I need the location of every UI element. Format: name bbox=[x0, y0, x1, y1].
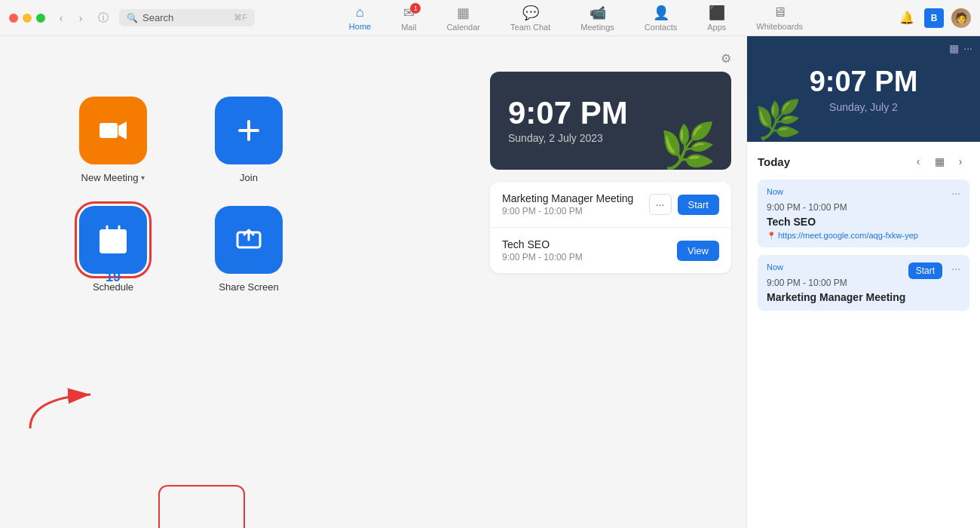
action-grid: New Meeting ▾ Join bbox=[60, 97, 302, 293]
today-label: Today bbox=[758, 155, 790, 168]
tab-whiteboards-label: Whiteboards bbox=[756, 22, 803, 31]
close-window-btn[interactable] bbox=[9, 14, 18, 23]
meeting-actions-1: ··· Start bbox=[649, 194, 719, 215]
red-arrow bbox=[23, 383, 121, 436]
join-wrapper: Join bbox=[196, 97, 302, 183]
event-link-1[interactable]: 📍 https://meet.google.com/aqg-fxkw-yep bbox=[767, 231, 960, 240]
meeting-time-2: 9:00 PM - 10:00 PM bbox=[502, 252, 669, 262]
center-panel: ⚙ 9:07 PM Sunday, 2 July 2023 🌿 Marketin… bbox=[475, 36, 746, 528]
widget-date: Sunday, July 2 bbox=[829, 101, 898, 113]
search-shortcut: ⌘F bbox=[234, 13, 247, 23]
join-label: Join bbox=[240, 172, 258, 183]
today-section: Today ‹ ▦ › Now ··· 9:00 PM - 10:00 PM T… bbox=[747, 142, 980, 528]
tab-whiteboards[interactable]: 🖥 Whiteboards bbox=[741, 2, 818, 34]
event-card-dots-2[interactable]: ··· bbox=[951, 262, 960, 275]
tab-contacts-label: Contacts bbox=[645, 23, 677, 32]
titlebar: ‹ › ⓘ 🔍 Search ⌘F ⌂ Home ✉ Mail 1 ▦ Cale… bbox=[0, 0, 980, 36]
meeting-actions-2: View bbox=[677, 241, 719, 261]
nav-tabs: ⌂ Home ✉ Mail 1 ▦ Calendar 💬 Team Chat 📹… bbox=[255, 2, 897, 35]
minimize-window-btn[interactable] bbox=[23, 14, 32, 23]
event-card-header-1: Now ··· bbox=[767, 187, 960, 199]
gear-row: ⚙ bbox=[490, 51, 731, 66]
share-screen-icon bbox=[235, 226, 262, 253]
join-button[interactable] bbox=[215, 97, 283, 164]
notification-icon[interactable]: 🔔 bbox=[897, 8, 917, 28]
tab-calendar[interactable]: ▦ Calendar bbox=[431, 2, 495, 35]
schedule-wrapper: ⋯⋯⋯ 19 Schedule bbox=[60, 206, 166, 293]
new-meeting-label: New Meeting ▾ bbox=[81, 172, 145, 183]
today-prev-btn[interactable]: ‹ bbox=[909, 152, 927, 170]
tab-apps[interactable]: ⬛ Apps bbox=[692, 2, 741, 35]
tab-contacts[interactable]: 👤 Contacts bbox=[629, 2, 692, 35]
tab-meetings[interactable]: 📹 Meetings bbox=[565, 2, 629, 35]
tab-calendar-label: Calendar bbox=[446, 23, 480, 32]
time-card: 9:07 PM Sunday, 2 July 2023 🌿 bbox=[490, 72, 731, 170]
event-time-2: 9:00 PM - 10:00 PM bbox=[767, 278, 960, 288]
tab-team-chat-label: Team Chat bbox=[510, 23, 550, 32]
widget-header: 🌿 9:07 PM Sunday, July 2 ▦ ··· bbox=[747, 36, 980, 142]
meeting-name-2: Tech SEO bbox=[502, 238, 669, 250]
event-card-2: Now Start ··· 9:00 PM - 10:00 PM Marketi… bbox=[758, 255, 969, 311]
tab-mail[interactable]: ✉ Mail 1 bbox=[386, 2, 431, 35]
tab-apps-label: Apps bbox=[707, 23, 726, 32]
event-card-dots-1[interactable]: ··· bbox=[951, 187, 960, 199]
event-start-button-2[interactable]: Start bbox=[908, 262, 942, 279]
today-header: Today ‹ ▦ › bbox=[758, 152, 969, 170]
apps-icon: ⬛ bbox=[709, 5, 725, 21]
contacts-icon: 👤 bbox=[653, 5, 669, 21]
tab-home-label: Home bbox=[349, 22, 371, 31]
event-name-1: Tech SEO bbox=[767, 216, 960, 228]
schedule-highlight-box bbox=[158, 485, 245, 528]
share-screen-wrapper: Share Screen bbox=[196, 206, 302, 293]
meeting-dots-button-1[interactable]: ··· bbox=[649, 194, 672, 215]
meeting-time-1: 9:00 PM - 10:00 PM bbox=[502, 206, 642, 216]
meeting-info-2: Tech SEO 9:00 PM - 10:00 PM bbox=[502, 238, 669, 262]
widget-plant-decoration: 🌿 bbox=[747, 36, 801, 142]
new-meeting-wrapper: New Meeting ▾ bbox=[60, 97, 166, 183]
tab-team-chat[interactable]: 💬 Team Chat bbox=[495, 2, 565, 35]
widget-calendar-icon-btn[interactable]: ▦ bbox=[949, 42, 959, 54]
svg-rect-0 bbox=[100, 123, 118, 138]
meeting-start-button-1[interactable]: Start bbox=[678, 195, 719, 215]
today-next-btn[interactable]: › bbox=[951, 152, 969, 170]
plant-decoration: 🌿 bbox=[660, 72, 716, 170]
nav-arrows: ‹ › bbox=[53, 10, 89, 26]
team-chat-icon: 💬 bbox=[522, 5, 539, 21]
gear-icon[interactable]: ⚙ bbox=[721, 51, 731, 66]
maximize-window-btn[interactable] bbox=[36, 14, 45, 23]
event-badge-2: Now bbox=[767, 262, 783, 272]
back-arrow[interactable]: ‹ bbox=[53, 10, 69, 26]
info-button[interactable]: ⓘ bbox=[95, 10, 112, 26]
tab-meetings-label: Meetings bbox=[580, 23, 614, 32]
avatar-initial[interactable]: B bbox=[924, 8, 944, 28]
meeting-name-1: Marketing Manager Meeting bbox=[502, 192, 642, 204]
search-label: Search bbox=[142, 12, 229, 23]
header-right: 🔔 B 🧑 bbox=[897, 8, 971, 28]
meeting-view-button-2[interactable]: View bbox=[677, 241, 719, 261]
event-card-header-2: Now Start ··· bbox=[767, 262, 960, 275]
main-content: New Meeting ▾ Join bbox=[0, 36, 980, 528]
mail-badge: 1 bbox=[410, 3, 421, 14]
time-card-date: Sunday, 2 July 2023 bbox=[508, 132, 628, 144]
widget-dots-icon-btn[interactable]: ··· bbox=[963, 42, 972, 54]
time-card-time: 9:07 PM bbox=[508, 97, 628, 129]
share-screen-button[interactable] bbox=[215, 206, 283, 274]
right-panel: 🌿 9:07 PM Sunday, July 2 ▦ ··· Today ‹ ▦… bbox=[746, 36, 980, 528]
schedule-button[interactable]: ⋯⋯⋯ 19 bbox=[79, 206, 147, 274]
event-badge-1: Now bbox=[767, 187, 783, 196]
search-bar[interactable]: 🔍 Search ⌘F bbox=[119, 9, 255, 26]
calendar-icon: ▦ bbox=[457, 5, 470, 21]
schedule-calendar-icon bbox=[96, 223, 130, 256]
event-time-1: 9:00 PM - 10:00 PM bbox=[767, 202, 960, 213]
forward-arrow[interactable]: › bbox=[72, 10, 89, 26]
time-card-text: 9:07 PM Sunday, 2 July 2023 bbox=[508, 97, 628, 144]
arrow-container bbox=[23, 383, 121, 439]
event-card-1: Now ··· 9:00 PM - 10:00 PM Tech SEO 📍 ht… bbox=[758, 180, 969, 247]
tab-home[interactable]: ⌂ Home bbox=[334, 2, 386, 34]
widget-time: 9:07 PM bbox=[810, 66, 918, 98]
event-link-text-1: https://meet.google.com/aqg-fxkw-yep bbox=[778, 231, 918, 240]
new-meeting-button[interactable] bbox=[79, 97, 147, 164]
today-grid-btn[interactable]: ▦ bbox=[930, 152, 948, 170]
today-nav: ‹ ▦ › bbox=[909, 152, 969, 170]
avatar-photo[interactable]: 🧑 bbox=[951, 8, 971, 28]
